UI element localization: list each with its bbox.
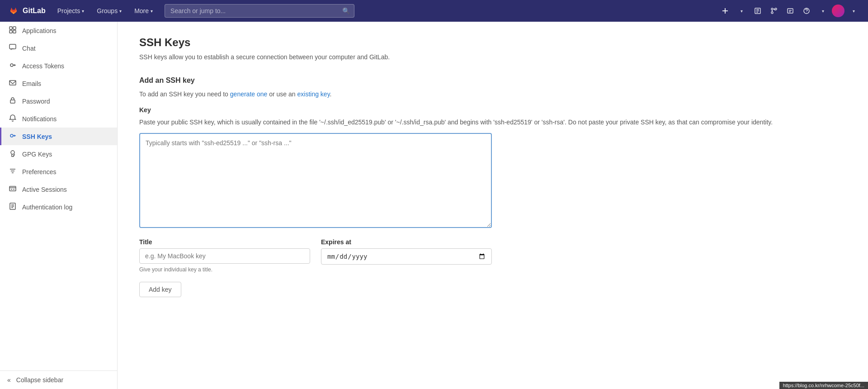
svg-rect-11 bbox=[13, 30, 16, 33]
merge-request-button[interactable] bbox=[767, 4, 781, 18]
generate-one-link[interactable]: generate one bbox=[230, 90, 268, 98]
intro-text-before: To add an SSH key you need to bbox=[139, 90, 230, 98]
key-textarea[interactable] bbox=[139, 133, 492, 228]
svg-rect-12 bbox=[9, 44, 16, 49]
notifications-icon bbox=[9, 114, 17, 123]
sidebar-item-emails[interactable]: Emails bbox=[0, 75, 117, 92]
active-sessions-label: Active Sessions bbox=[22, 186, 67, 193]
applications-label: Applications bbox=[22, 27, 57, 34]
notifications-label: Notifications bbox=[22, 115, 57, 123]
active-sessions-icon bbox=[9, 185, 17, 194]
page-subtitle: SSH keys allow you to establish a secure… bbox=[139, 52, 846, 62]
svg-point-16 bbox=[10, 134, 13, 137]
svg-point-17 bbox=[11, 151, 14, 154]
user-chevron[interactable]: ▾ bbox=[846, 4, 861, 18]
preferences-icon bbox=[9, 167, 17, 176]
more-chevron-icon: ▾ bbox=[151, 9, 153, 14]
expires-group: Expires at bbox=[321, 238, 492, 265]
svg-rect-8 bbox=[9, 27, 12, 29]
add-ssh-key-intro: To add an SSH key you need to generate o… bbox=[139, 89, 846, 99]
add-ssh-key-heading: Add an SSH key bbox=[139, 76, 846, 85]
gpg-keys-label: GPG Keys bbox=[22, 151, 52, 158]
new-item-dropdown[interactable]: ▾ bbox=[734, 4, 749, 18]
authentication-log-icon bbox=[9, 203, 17, 211]
main-content: SSH Keys SSH keys allow you to establish… bbox=[118, 22, 868, 389]
user-avatar[interactable] bbox=[832, 5, 844, 17]
issues-button[interactable] bbox=[783, 4, 797, 18]
page-layout: Applications Chat Access Tokens Emails P bbox=[0, 22, 868, 389]
existing-key-link[interactable]: existing key bbox=[297, 90, 330, 98]
svg-rect-6 bbox=[788, 9, 793, 13]
expires-label: Expires at bbox=[321, 238, 492, 246]
help-chevron[interactable]: ▾ bbox=[816, 4, 830, 18]
sidebar-item-ssh-keys[interactable]: SSH Keys bbox=[0, 128, 117, 145]
sidebar-item-authentication-log[interactable]: Authentication log bbox=[0, 198, 117, 216]
svg-rect-15 bbox=[10, 100, 15, 103]
intro-text-after: . bbox=[330, 90, 332, 98]
password-label: Password bbox=[22, 98, 50, 105]
ssh-keys-icon bbox=[9, 132, 17, 141]
topnav-actions: ▾ ▾ ▾ bbox=[718, 4, 861, 18]
title-group: Title Give your individual key a title. bbox=[139, 238, 310, 273]
sidebar-item-access-tokens[interactable]: Access Tokens bbox=[0, 57, 117, 75]
svg-rect-18 bbox=[9, 186, 16, 191]
sidebar-item-preferences[interactable]: Preferences bbox=[0, 163, 117, 180]
new-item-button[interactable] bbox=[718, 4, 732, 18]
password-icon bbox=[9, 97, 17, 105]
emails-label: Emails bbox=[22, 80, 41, 87]
key-section-label: Key bbox=[139, 106, 846, 114]
collapse-label: Collapse sidebar bbox=[16, 376, 63, 384]
svg-point-3 bbox=[771, 8, 773, 10]
nav-projects[interactable]: Projects ▾ bbox=[53, 5, 89, 17]
preferences-label: Preferences bbox=[22, 168, 56, 176]
top-navigation: GitLab Projects ▾ Groups ▾ More ▾ 🔍 ▾ bbox=[0, 0, 868, 22]
applications-icon bbox=[9, 26, 17, 35]
sidebar-item-notifications[interactable]: Notifications bbox=[0, 110, 117, 128]
intro-text-middle: or use an bbox=[267, 90, 297, 98]
search-bar: 🔍 bbox=[165, 4, 354, 18]
svg-rect-14 bbox=[9, 81, 16, 85]
page-title: SSH Keys bbox=[139, 36, 846, 49]
sidebar: Applications Chat Access Tokens Emails P bbox=[0, 22, 118, 389]
emails-icon bbox=[9, 79, 17, 88]
access-tokens-label: Access Tokens bbox=[22, 62, 64, 70]
sidebar-item-chat[interactable]: Chat bbox=[0, 39, 117, 57]
title-label: Title bbox=[139, 238, 310, 246]
key-description: Paste your public SSH key, which is usua… bbox=[139, 117, 846, 127]
svg-point-13 bbox=[10, 64, 13, 66]
search-input[interactable] bbox=[165, 4, 354, 18]
groups-chevron-icon: ▾ bbox=[119, 9, 122, 14]
ssh-keys-label: SSH Keys bbox=[22, 133, 52, 140]
sidebar-item-password[interactable]: Password bbox=[0, 92, 117, 110]
sidebar-item-applications[interactable]: Applications bbox=[0, 22, 117, 39]
access-tokens-icon bbox=[9, 62, 17, 70]
nav-groups[interactable]: Groups ▾ bbox=[92, 5, 126, 17]
svg-rect-9 bbox=[13, 27, 16, 29]
chat-icon bbox=[9, 44, 17, 52]
svg-point-4 bbox=[771, 12, 773, 14]
help-button[interactable] bbox=[799, 4, 814, 18]
search-icon: 🔍 bbox=[342, 7, 350, 14]
chat-label: Chat bbox=[22, 45, 36, 52]
snippet-button[interactable] bbox=[750, 4, 765, 18]
collapse-icon: « bbox=[7, 376, 11, 384]
gpg-keys-icon bbox=[9, 150, 17, 158]
add-key-button[interactable]: Add key bbox=[139, 282, 181, 297]
svg-rect-10 bbox=[9, 30, 12, 33]
nav-more[interactable]: More ▾ bbox=[130, 5, 157, 17]
gitlab-logo-text: GitLab bbox=[23, 7, 46, 15]
title-input[interactable] bbox=[139, 248, 310, 264]
projects-chevron-icon: ▾ bbox=[82, 9, 84, 14]
expires-input[interactable] bbox=[321, 248, 492, 265]
gitlab-logo[interactable]: GitLab bbox=[7, 5, 46, 17]
gitlab-logo-icon bbox=[7, 5, 20, 17]
form-row: Title Give your individual key a title. … bbox=[139, 238, 492, 273]
authentication-log-label: Authentication log bbox=[22, 204, 72, 211]
sidebar-item-gpg-keys[interactable]: GPG Keys bbox=[0, 145, 117, 163]
sidebar-item-active-sessions[interactable]: Active Sessions bbox=[0, 180, 117, 198]
collapse-sidebar-button[interactable]: « Collapse sidebar bbox=[0, 370, 117, 389]
title-hint: Give your individual key a title. bbox=[139, 266, 310, 273]
status-bar: https://blog.co.kr/nrhwcome-25c50f... bbox=[779, 382, 868, 389]
svg-rect-1 bbox=[722, 10, 728, 11]
